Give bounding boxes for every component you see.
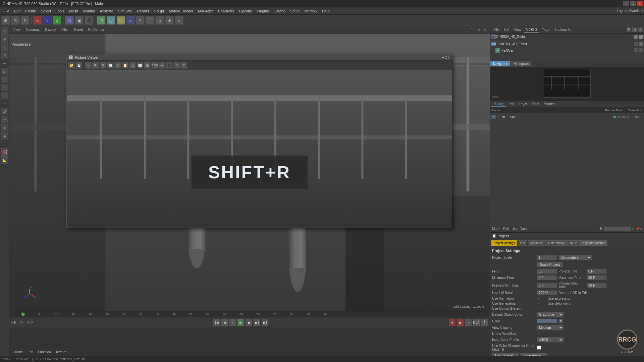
- render-lod-check[interactable]: ✓: [593, 291, 596, 295]
- pv-tool6[interactable]: ⊡: [181, 62, 187, 69]
- menu-file[interactable]: File: [1, 8, 11, 14]
- tool-plane[interactable]: ▱: [126, 16, 135, 25]
- obj-vis-1[interactable]: [634, 35, 638, 39]
- obj-vis-2[interactable]: [639, 35, 643, 39]
- vp-fullscreen[interactable]: ⛶: [470, 27, 475, 33]
- rp-close-icon[interactable]: ×: [638, 27, 643, 32]
- pv-history[interactable]: 🕐: [107, 62, 114, 69]
- mode-pin-icon[interactable]: 📌: [636, 227, 639, 231]
- menu-volume[interactable]: Volume: [81, 8, 97, 14]
- pv-compare[interactable]: ⊞: [100, 62, 106, 69]
- picture-viewer[interactable]: 🎞 Picture Viewer − □ × 📁 💾 ↖ 🔍 ⊞ 🕐: [66, 54, 452, 228]
- menu-plugins[interactable]: Plugins: [255, 8, 271, 14]
- rp-tab-edit[interactable]: Edit: [501, 27, 511, 32]
- pv-minimize[interactable]: −: [442, 55, 444, 59]
- sidebar-paint[interactable]: 🖌: [1, 108, 8, 115]
- tool-cylinder[interactable]: ⬡: [116, 16, 125, 25]
- color-swatch[interactable]: [537, 319, 557, 323]
- nav-tab-navigator[interactable]: Navigator: [490, 61, 511, 67]
- proj-tab-settings[interactable]: Project Settings: [491, 240, 517, 246]
- vp-settings[interactable]: ⚙: [476, 27, 481, 33]
- vp-tab-filter[interactable]: Filter: [59, 27, 71, 32]
- proj-tab-dynamics[interactable]: Dynamics: [528, 240, 546, 246]
- sidebar-move[interactable]: ✛: [1, 36, 8, 43]
- tool-material[interactable]: ◈: [165, 16, 174, 25]
- tc-motion-path[interactable]: 〜: [465, 319, 472, 326]
- h-tab-shader[interactable]: Shader: [542, 102, 557, 107]
- pv-channels[interactable]: RGB: [151, 62, 158, 69]
- rp-tab-tags[interactable]: Tags: [540, 27, 551, 32]
- tool-y[interactable]: Y: [43, 16, 52, 25]
- mode-search-input[interactable]: [604, 227, 631, 231]
- use-expr-check[interactable]: ✓: [583, 297, 585, 300]
- mode-search-icon[interactable]: 🔍: [599, 227, 603, 231]
- menu-window[interactable]: Window: [302, 8, 319, 14]
- use-motion-check[interactable]: ✓: [537, 307, 540, 310]
- menu-select[interactable]: Select: [39, 8, 53, 14]
- proj-time-input[interactable]: [587, 269, 607, 274]
- tc-next-frame[interactable]: ▶|: [254, 319, 260, 326]
- tool-z[interactable]: Z: [53, 16, 61, 25]
- pv-tool1[interactable]: ◻: [129, 62, 136, 69]
- scale-input[interactable]: [537, 255, 557, 260]
- sidebar-model[interactable]: ◻: [1, 92, 8, 99]
- tool-light[interactable]: ☼: [175, 16, 183, 25]
- rp-search-icon[interactable]: 🔍: [627, 27, 631, 32]
- viewport-3d[interactable]: Perspective: [9, 34, 490, 311]
- sidebar-scale[interactable]: ⤡: [1, 44, 8, 51]
- unit-select[interactable]: Centimeters: [558, 255, 592, 260]
- menu-pipeline[interactable]: Pipeline: [237, 8, 254, 14]
- bp-create[interactable]: Create: [11, 350, 24, 355]
- nav-tab-histogram[interactable]: Histogram: [511, 61, 532, 67]
- minimize-button[interactable]: −: [623, 1, 629, 6]
- menu-mograph[interactable]: MoGraph: [196, 8, 215, 14]
- obj-color-select[interactable]: Gray-Blue: [537, 312, 564, 317]
- menu-script[interactable]: Script: [288, 8, 302, 14]
- tool-scale[interactable]: ⤡: [11, 16, 20, 25]
- lod-input[interactable]: [537, 290, 557, 295]
- fence-vis-btn-1[interactable]: [634, 48, 638, 52]
- tool-sphere[interactable]: ◯: [107, 16, 115, 25]
- sidebar-point[interactable]: ·: [1, 84, 8, 91]
- min-time-input[interactable]: [537, 275, 557, 280]
- use-anim-check[interactable]: ✓: [537, 297, 540, 300]
- tc-play-back[interactable]: ◁: [229, 319, 236, 326]
- menu-mesh[interactable]: Mesh: [67, 8, 80, 14]
- tool-rotate[interactable]: ↻: [21, 16, 30, 25]
- pv-select[interactable]: ↖: [85, 62, 92, 69]
- color-picker-btn[interactable]: ▼: [558, 319, 563, 323]
- menu-tools[interactable]: Tools: [54, 8, 66, 14]
- use-gen-check[interactable]: ✓: [537, 302, 540, 305]
- close-button[interactable]: ×: [637, 1, 643, 6]
- pv-open[interactable]: 📁: [68, 62, 75, 69]
- tool-x[interactable]: X: [33, 16, 42, 25]
- menu-edit[interactable]: Edit: [12, 8, 22, 14]
- pv-close[interactable]: ×: [448, 55, 450, 59]
- tc-motion-clip[interactable]: NLA: [473, 319, 480, 326]
- menu-create[interactable]: Create: [23, 8, 38, 14]
- bp-edit[interactable]: Edit: [26, 350, 35, 355]
- sidebar-measure[interactable]: 📐: [1, 156, 8, 164]
- obj-vis-btn-1[interactable]: [634, 42, 638, 46]
- menu-sculpt[interactable]: Sculpt: [152, 8, 166, 14]
- menu-character[interactable]: Character: [216, 8, 236, 14]
- mode-edit[interactable]: Edit: [503, 227, 509, 231]
- sidebar-polygon[interactable]: ▷: [1, 68, 8, 75]
- sidebar-knife[interactable]: ✂: [1, 116, 8, 123]
- pv-zoom-in[interactable]: 🔍: [92, 62, 99, 69]
- tool-render-preview[interactable]: ▣: [75, 16, 84, 25]
- menu-animate[interactable]: Animate: [98, 8, 115, 14]
- pv-tool4[interactable]: ⬛: [166, 62, 173, 69]
- tool-pencil[interactable]: ✎: [136, 16, 145, 25]
- vp-close[interactable]: ×: [482, 27, 488, 33]
- tc-timeline[interactable]: 𝄞: [481, 319, 488, 326]
- sidebar-bevel[interactable]: ◈: [1, 132, 8, 139]
- menu-motion-tracker[interactable]: Motion Tracker: [167, 8, 195, 14]
- vp-tab-cameras[interactable]: Cameras: [24, 27, 42, 32]
- mode-gear-icon[interactable]: ⚙: [632, 227, 635, 231]
- rp-bookmarks[interactable]: Bookmarks: [552, 27, 573, 32]
- pv-copy[interactable]: ⎘: [114, 62, 121, 69]
- pv-tool5[interactable]: □: [173, 62, 180, 69]
- bp-function[interactable]: Function: [37, 350, 52, 355]
- h-tab-history[interactable]: History: [491, 101, 506, 107]
